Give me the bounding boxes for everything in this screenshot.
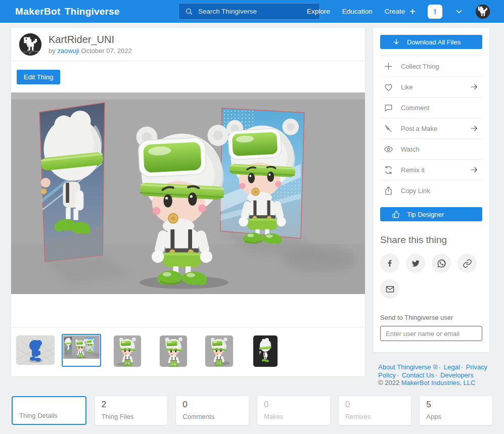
copy-link-share-button[interactable] (457, 254, 477, 273)
download-all-files-button[interactable]: Download All Files (380, 35, 482, 49)
tab-remixes[interactable]: 0 Remixes (339, 396, 411, 425)
tab-comments[interactable]: 0 Comments (176, 396, 249, 425)
send-to-user-label: Send to Thingiverse user (380, 314, 482, 321)
twitter-icon (411, 259, 421, 268)
search-icon (185, 8, 193, 16)
remixes-count: 0 (345, 400, 405, 410)
author-link[interactable]: zaowuji (57, 47, 79, 55)
whatsapp-icon (437, 259, 446, 268)
title-block: KartRider_UNI by zaowuji October 07, 202… (49, 34, 132, 55)
viewer-spacer (11, 294, 365, 327)
alert-badge[interactable]: ! (428, 5, 442, 19)
footer-contact-link[interactable]: Contact Us (402, 371, 434, 379)
footer-legal-link[interactable]: Legal (444, 363, 460, 371)
copyright-line: © 2022 MakerBot Industries, LLC (378, 379, 492, 387)
account-menu-toggle[interactable] (454, 7, 464, 16)
footer-links: About Thingiverse ®· Legal· Privacy Poli… (378, 363, 492, 387)
publish-date: October 07, 2022 (81, 47, 131, 55)
brand-thingiverse: Thingiverse (65, 6, 120, 17)
thumbnail-6[interactable] (253, 335, 278, 367)
tab-thing-details[interactable]: Thing Details (12, 396, 86, 425)
comment-row[interactable]: Comment (380, 98, 482, 118)
arrow-right-icon (470, 82, 479, 91)
plus-icon: + (409, 7, 416, 17)
arrow-right-icon (470, 165, 479, 174)
thumbnail-5[interactable] (205, 335, 233, 367)
thing-card: KartRider_UNI by zaowuji October 07, 202… (11, 28, 365, 376)
company-link[interactable]: MakerBot Industries, LLC (401, 379, 476, 387)
link-icon (463, 259, 472, 268)
search-input[interactable] (198, 8, 313, 15)
action-sidebar: Download All Files Collect Thing Like Co… (373, 28, 489, 352)
alert-exclamation: ! (434, 7, 436, 16)
arrow-right-icon (470, 124, 479, 133)
remix-icon (384, 165, 393, 175)
collect-thing-row[interactable]: Collect Thing (380, 56, 482, 77)
nav-create[interactable]: Create + (385, 7, 416, 17)
eye-icon (384, 144, 393, 154)
copy-link-row[interactable]: Copy Link (380, 180, 482, 201)
heart-icon (384, 82, 393, 92)
thumbnail-4[interactable] (160, 335, 187, 367)
brand-makerbot: MakerBot (15, 6, 61, 17)
search-box[interactable] (178, 3, 320, 20)
footer-developers-link[interactable]: Developers (440, 371, 474, 379)
header-nav: Explore Education Create + ! (307, 0, 490, 23)
copyright-text: © 2022 (378, 379, 399, 387)
brand-logo[interactable]: MakerBot Thingiverse (15, 6, 120, 17)
thumbnail-strip (11, 327, 365, 376)
makes-count: 0 (264, 400, 324, 410)
comment-icon (384, 103, 393, 113)
bottom-tab-bar: Thing Details 2 Thing Files 0 Comments 0… (12, 396, 492, 425)
email-icon (385, 284, 395, 294)
pen-icon (384, 124, 393, 133)
like-row[interactable]: Like (380, 77, 482, 98)
email-share-button[interactable] (380, 279, 399, 299)
tab-apps[interactable]: 5 Apps (420, 396, 492, 425)
watch-row[interactable]: Watch (380, 139, 482, 160)
thing-header: KartRider_UNI by zaowuji October 07, 202… (11, 28, 365, 61)
edit-row: Edit Thing (11, 61, 365, 92)
thumbs-up-icon (392, 210, 400, 218)
nav-explore[interactable]: Explore (307, 8, 330, 15)
remix-it-row[interactable]: Remix it (380, 160, 482, 180)
download-icon (392, 38, 400, 46)
facebook-share-button[interactable] (380, 254, 399, 273)
whatsapp-share-button[interactable] (432, 254, 451, 273)
nav-education[interactable]: Education (342, 8, 373, 15)
page-title: KartRider_UNI (49, 34, 132, 45)
social-buttons (380, 254, 477, 299)
thumbnail-2-selected[interactable] (62, 334, 101, 367)
thumbnail-1[interactable] (16, 335, 55, 365)
action-list: Collect Thing Like Comment Post a Make (380, 56, 482, 201)
main-preview-image[interactable] (11, 92, 365, 294)
twitter-share-button[interactable] (406, 254, 425, 273)
footer-about-link[interactable]: About Thingiverse ® (378, 363, 438, 371)
post-a-make-row[interactable]: Post a Make (380, 118, 482, 139)
user-avatar[interactable] (476, 5, 490, 19)
tip-designer-button[interactable]: Tip Designer (380, 207, 482, 221)
dino-avatar-icon (19, 33, 41, 56)
chevron-down-icon (454, 7, 464, 16)
thumbnail-3[interactable] (114, 335, 141, 367)
edit-thing-button[interactable]: Edit Thing (17, 70, 60, 84)
comments-count: 0 (182, 400, 242, 410)
plus-icon (384, 62, 393, 71)
send-to-user-input[interactable] (380, 326, 482, 341)
apps-count: 5 (426, 400, 486, 410)
thing-files-count: 2 (102, 400, 161, 410)
tab-thing-files[interactable]: 2 Thing Files (95, 396, 168, 425)
creator-avatar[interactable] (19, 33, 41, 56)
share-heading: Share this thing (380, 234, 482, 246)
facebook-icon (385, 259, 394, 268)
top-nav-bar: MakerBot Thingiverse Explore Education C… (0, 0, 504, 23)
byline: by zaowuji October 07, 2022 (49, 47, 132, 55)
byline-prefix: by (49, 47, 56, 55)
share-icon (384, 186, 393, 196)
tab-makes[interactable]: 0 Makes (257, 396, 330, 425)
dino-avatar-icon (476, 5, 490, 19)
